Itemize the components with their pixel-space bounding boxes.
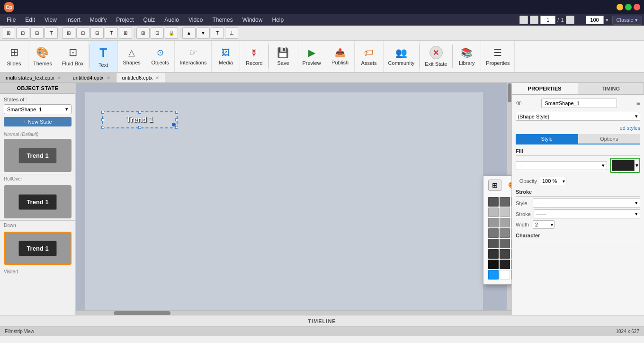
tb1-align-center[interactable]: ⊡ [16, 27, 29, 39]
tb1-lock[interactable]: 🔒 [165, 27, 178, 39]
edit-styles-link[interactable]: ed styles [620, 125, 640, 131]
visibility-eye-icon[interactable]: 👁 [516, 99, 522, 107]
swatch-3-1[interactable] [488, 218, 499, 227]
classic-mode-button[interactable]: Classic ▾ [612, 16, 642, 25]
tab-timing[interactable]: TIMING [578, 83, 644, 94]
minimize-button[interactable] [617, 4, 623, 10]
swatch-6-3[interactable] [511, 249, 511, 259]
tab-properties[interactable]: PROPERTIES [512, 83, 578, 94]
swatch-8-2[interactable] [500, 270, 510, 280]
stroke-width-input[interactable] [533, 221, 550, 228]
tab-multi-states[interactable]: multi states_text.cptx ✕ [0, 73, 67, 82]
swatch-5-1[interactable] [488, 239, 499, 248]
swatch-2-3[interactable] [511, 208, 511, 217]
toolbar-objects[interactable]: ⊙ Objects [146, 41, 175, 72]
toolbar-save[interactable]: 💾 Save [269, 41, 297, 72]
close-button[interactable] [634, 4, 640, 10]
opacity-input[interactable] [540, 177, 562, 185]
zoom-input[interactable] [586, 16, 604, 24]
stroke-width-dropdown[interactable]: ▾ [550, 221, 554, 228]
maximize-button[interactable] [625, 4, 632, 10]
handle-mr[interactable] [175, 118, 178, 121]
down-state-preview[interactable]: Trend 1 [4, 232, 72, 265]
menu-video[interactable]: Video [184, 16, 207, 24]
swatch-4-2[interactable] [500, 228, 510, 238]
swatch-5-2[interactable] [500, 239, 510, 248]
toolbar-record[interactable]: 🎙 Record [240, 41, 268, 72]
toolbar-themes[interactable]: 🎨 Themes [28, 41, 57, 72]
toolbar-publish[interactable]: 📤 Publish [326, 41, 355, 72]
swatch-1-1[interactable] [488, 197, 499, 207]
handle-bm[interactable] [138, 126, 141, 129]
swatch-1-2[interactable] [500, 197, 510, 207]
swatch-3-2[interactable] [500, 218, 510, 227]
rollover-state-preview[interactable]: Trend 1 [4, 185, 72, 218]
menu-project[interactable]: Project [111, 16, 138, 24]
menu-audio[interactable]: Audio [160, 16, 184, 24]
menu-file[interactable]: File [2, 16, 20, 24]
handle-br[interactable] [175, 126, 178, 129]
tb1-z-top[interactable]: ⊤ [211, 27, 224, 39]
tb1-resize-both[interactable]: ⊞ [119, 27, 132, 39]
tb1-distribute-h[interactable]: ⊞ [62, 27, 75, 39]
cp-tab-swatches[interactable]: ⊞ [488, 180, 501, 191]
opacity-dropdown[interactable]: ▾ [562, 178, 566, 185]
toolbar-text[interactable]: T Text [89, 41, 118, 72]
tb1-z-down[interactable]: ▼ [197, 27, 210, 39]
swatch-8-3[interactable] [511, 270, 511, 280]
tb1-z-up[interactable]: ▲ [182, 27, 196, 39]
name-options-icon[interactable]: ≡ [636, 99, 640, 107]
tab-untitled4-close[interactable]: ✕ [107, 75, 110, 81]
toolbar-exit-state[interactable]: ✕ Exit State [420, 41, 452, 72]
prev-page-btn[interactable]: ◀ [530, 16, 538, 24]
menu-quiz[interactable]: Quiz [139, 16, 160, 24]
tb1-distribute-v[interactable]: ⊡ [76, 27, 89, 39]
shape-name-input[interactable] [541, 99, 617, 108]
handle-tl[interactable] [101, 111, 104, 114]
cp-tab-color[interactable]: 🎨 [505, 180, 511, 191]
menu-help[interactable]: Help [267, 16, 288, 24]
swatch-6-1[interactable] [488, 249, 499, 259]
toolbar-media[interactable]: 🖼 Media [212, 41, 240, 72]
swatch-7-2[interactable] [500, 260, 510, 269]
swatch-1-3[interactable] [511, 197, 511, 207]
swatch-7-3[interactable] [511, 260, 511, 269]
canvas-slide[interactable]: Trend 1 [85, 92, 483, 315]
fill-swatch-dropdown[interactable]: ▾ [635, 162, 638, 169]
toolbar-shapes[interactable]: △ Shapes [118, 41, 146, 72]
first-page-btn[interactable]: ⏮ [519, 16, 528, 24]
toolbar-properties[interactable]: ☰ Properties [481, 41, 515, 72]
toolbar-library[interactable]: 📚 Library [453, 41, 481, 72]
swatch-3-3[interactable] [511, 218, 511, 227]
zoom-dropdown-btn[interactable]: ▾ [606, 17, 608, 23]
swatch-6-2[interactable] [500, 249, 510, 259]
fill-style-select[interactable]: — ▾ [516, 161, 607, 170]
style-tab[interactable]: Style [516, 134, 578, 144]
menu-themes[interactable]: Themes [207, 16, 237, 24]
toolbar-assets[interactable]: 🏷 Assets [355, 41, 384, 72]
tab-untitled4[interactable]: untitled4.cptx ✕ [67, 73, 116, 82]
swatch-7-1[interactable] [488, 260, 499, 269]
tb1-align-right[interactable]: ⊟ [30, 27, 44, 39]
stroke-style-select[interactable]: —— ▾ [533, 199, 640, 208]
menu-insert[interactable]: Insert [62, 16, 85, 24]
toolbar-interactions[interactable]: ☞ Interactions [175, 41, 212, 72]
title-bar-controls[interactable] [617, 4, 640, 10]
menu-modify[interactable]: Modify [85, 16, 111, 24]
tb1-resize-h[interactable]: ⊟ [90, 27, 104, 39]
handle-ml[interactable] [101, 118, 104, 121]
toolbar-slides[interactable]: ⊞ Slides [0, 41, 28, 72]
swatch-8-1[interactable] [488, 270, 499, 280]
next-page-btn[interactable]: ▶ [566, 16, 574, 24]
tb1-z-bottom[interactable]: ⊥ [225, 27, 238, 39]
menu-window[interactable]: Window [238, 16, 268, 24]
swatch-4-3[interactable] [511, 228, 511, 238]
tb1-resize-v[interactable]: ⊤ [105, 27, 118, 39]
swatch-4-1[interactable] [488, 228, 499, 238]
fill-color-swatch[interactable] [612, 160, 635, 171]
tab-untitled6-close[interactable]: ✕ [155, 75, 159, 81]
toolbar-fluid-box[interactable]: ⊡ Fluid Box [57, 41, 89, 72]
swatch-5-3[interactable] [511, 239, 511, 248]
normal-state-preview[interactable]: Trend 1 [4, 139, 72, 172]
shape-container[interactable]: Trend 1 [102, 111, 178, 128]
